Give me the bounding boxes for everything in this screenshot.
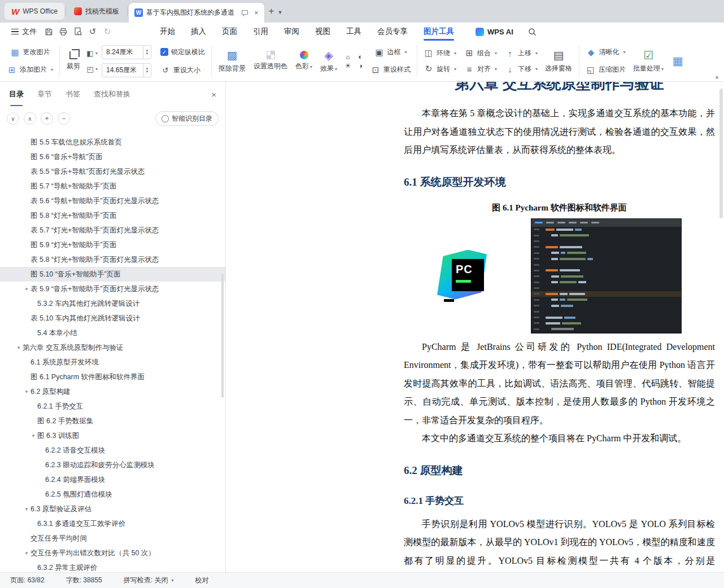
move-up-button[interactable]: ↑上移▾ bbox=[501, 46, 541, 61]
stepper-arrows[interactable]: ▲▼ bbox=[143, 46, 151, 59]
toc-item[interactable]: 表 5.7 “灯光+智能助手”页面灯光显示状态 bbox=[0, 223, 225, 238]
tab-list-chevron-icon[interactable]: ▼ bbox=[278, 10, 283, 15]
menu-tab-引用[interactable]: 引用 bbox=[245, 23, 276, 41]
print-button[interactable] bbox=[56, 25, 70, 38]
print-preview-button[interactable] bbox=[71, 25, 85, 38]
chevron-down-icon[interactable]: ▼ bbox=[29, 433, 37, 438]
collapse-all-button[interactable]: − bbox=[58, 112, 70, 125]
change-image-button[interactable]: ▦ 更改图片 bbox=[7, 45, 54, 60]
document-scrollbar[interactable] bbox=[719, 89, 723, 218]
undo-button[interactable]: ↺ bbox=[86, 25, 99, 38]
toc-item[interactable]: 图 5.8 “灯光+智能助手”页面 bbox=[0, 208, 225, 223]
close-pane-button[interactable]: × bbox=[211, 90, 216, 99]
rotate-button[interactable]: ↻旋转▾ bbox=[420, 62, 460, 77]
save-button[interactable] bbox=[42, 25, 55, 38]
sharpen-button[interactable]: ◆ 清晰化 ▾ bbox=[583, 45, 629, 60]
stepper-arrows[interactable]: ▲▼ bbox=[143, 64, 151, 77]
menu-tab-视图[interactable]: 视图 bbox=[307, 23, 338, 41]
menu-tab-开始[interactable]: 开始 bbox=[152, 23, 183, 41]
brightness-up-icon[interactable]: ☼ bbox=[343, 52, 352, 60]
doc-tab-active[interactable]: W 基于车内氛围灯系统的多通道 × bbox=[129, 3, 264, 23]
menu-tab-工具[interactable]: 工具 bbox=[338, 23, 369, 41]
chevron-down-icon[interactable]: ▼ bbox=[23, 551, 30, 556]
toc-item[interactable]: 图 6.1 Pycharm 软件图标和软件界面 bbox=[0, 370, 225, 384]
sidebar-tab-章节[interactable]: 章节 bbox=[37, 89, 52, 99]
menu-tab-插入[interactable]: 插入 bbox=[183, 23, 214, 41]
toc-item[interactable]: 交互任务平均时间 bbox=[0, 531, 225, 546]
chevron-down-icon[interactable]: ▼ bbox=[23, 287, 30, 292]
lock-aspect-checkbox[interactable]: ✓ 锁定纵横比 bbox=[157, 45, 208, 60]
toc-item[interactable]: ▼6.3 原型验证及评估 bbox=[0, 502, 225, 516]
close-tab-icon[interactable]: × bbox=[254, 8, 259, 17]
chevron-up-button[interactable]: ∧ bbox=[24, 112, 36, 125]
toc-item[interactable]: ▼图 6.3 训练图 bbox=[0, 428, 225, 443]
move-down-button[interactable]: ↓下移▾ bbox=[501, 62, 541, 77]
spellcheck-toggle[interactable]: 拼写检查: 关闭▾ bbox=[124, 576, 174, 585]
chevron-down-icon[interactable]: ▼ bbox=[15, 345, 23, 350]
toc-item[interactable]: 6.1 系统原型开发环境 bbox=[0, 355, 225, 370]
menu-tab-审阅[interactable]: 审阅 bbox=[276, 23, 307, 41]
toc-item[interactable]: 表 5.8 “灯光+智能助手”页面灯光显示状态 bbox=[0, 252, 225, 267]
toc-item[interactable]: 图 6.2 手势数据集 bbox=[0, 414, 225, 428]
reset-size-button[interactable]: ↺ 重设大小 bbox=[157, 63, 208, 78]
crop-button[interactable]: 裁剪 bbox=[63, 50, 84, 72]
toc-item[interactable]: 6.2.3 眼动追踪和疲劳分心监测模块 bbox=[0, 458, 225, 472]
toc-item[interactable]: 图 5.9 “灯光+智能助手”页面 bbox=[0, 238, 225, 252]
comment-bubble-icon[interactable] bbox=[241, 10, 248, 16]
collapse-ribbon-icon[interactable]: ▲ bbox=[714, 74, 719, 80]
batch-process-button[interactable]: ☑ 批量处理▾ bbox=[629, 48, 668, 74]
toc-item[interactable]: 表 5.6 “导航+智能助手”页面灯光显示状态 bbox=[0, 194, 225, 208]
toc-item[interactable]: 图 5.6 “音乐+导航”页面 bbox=[0, 150, 225, 164]
menu-tab-图片工具[interactable]: 图片工具 bbox=[416, 23, 462, 41]
redo-button[interactable]: ↻ bbox=[101, 25, 114, 38]
wps-ai-button[interactable]: WPS AI bbox=[476, 28, 513, 36]
toc-item[interactable]: 6.2.2 语音交互模块 bbox=[0, 443, 225, 458]
toc-item[interactable]: 表 5.10 车内其他灯光跳转逻辑设计 bbox=[0, 311, 225, 326]
wps-home-tab[interactable]: W WPS Office bbox=[5, 3, 64, 20]
toc-item[interactable]: ▼表 5.9 “音乐+智能助手”页面灯光显示状态 bbox=[0, 282, 225, 296]
wrap-button[interactable]: ◫环绕▾ bbox=[420, 46, 460, 61]
border-button[interactable]: ▣ 边框 ▾ bbox=[371, 45, 411, 60]
toc-item[interactable]: 表 5.5 “音乐+导航”页面灯光显示状态 bbox=[0, 164, 225, 179]
crop-ratio-button[interactable]: ◰▾ bbox=[84, 62, 99, 76]
page-indicator[interactable]: 页面: 63/82 bbox=[10, 576, 45, 585]
compress-image-button[interactable]: ◱ 压缩图片 bbox=[582, 62, 629, 77]
toc-item[interactable]: 图 5.5 车载信息娱乐系统首页 bbox=[0, 135, 225, 150]
new-tab-button[interactable]: + bbox=[269, 6, 274, 17]
toc-item[interactable]: 5.4 本章小结 bbox=[0, 326, 225, 340]
effects-button[interactable]: ◈ 效果▾ bbox=[316, 48, 341, 74]
image-height-input[interactable]: 8.24厘米 ▲▼ bbox=[102, 45, 151, 59]
sidebar-scrollbar[interactable] bbox=[221, 274, 224, 398]
sidebar-tab-书签[interactable]: 书签 bbox=[66, 89, 80, 99]
selection-pane-button[interactable]: ▤ 选择窗格 bbox=[541, 48, 576, 74]
word-count[interactable]: 字数: 38855 bbox=[66, 576, 102, 585]
toc-item[interactable]: 6.2.4 前端界面模块 bbox=[0, 472, 225, 487]
menu-tab-会员专享[interactable]: 会员专享 bbox=[369, 23, 416, 41]
image-width-input[interactable]: 14.65厘米 ▲▼ bbox=[102, 63, 151, 77]
search-button[interactable] bbox=[528, 28, 537, 36]
chevron-down-icon[interactable]: ▼ bbox=[23, 507, 30, 512]
crop-shape-button[interactable]: ◧▾ bbox=[84, 46, 99, 60]
remove-background-button[interactable]: ▩ 抠除背景 bbox=[215, 48, 250, 74]
document-page[interactable]: 第六章 交互系统原型制作与验证 本章将在第 5 章概念设计的基础上，实现多通道交… bbox=[226, 82, 724, 572]
toc-item[interactable]: 6.2.1 手势交互 bbox=[0, 399, 225, 414]
menu-tab-页面[interactable]: 页面 bbox=[214, 23, 245, 41]
set-transparent-button[interactable]: 设置透明色 bbox=[250, 50, 291, 72]
contrast-up-icon[interactable]: ◐ bbox=[356, 52, 365, 60]
sidebar-tab-目录[interactable]: 目录 bbox=[9, 89, 24, 99]
align-button[interactable]: ≡对齐▾ bbox=[461, 62, 500, 77]
reset-style-button[interactable]: ⊡ 重设样式 bbox=[367, 62, 414, 77]
proofread-button[interactable]: 校对 bbox=[195, 576, 208, 585]
toc-item[interactable]: 6.3.1 多通道交互工效学评价 bbox=[0, 516, 225, 531]
add-image-button[interactable]: ⊞ 添加图片 ▾ bbox=[3, 62, 56, 77]
toc-item[interactable]: 6.3.2 异常主观评价 bbox=[0, 560, 225, 572]
toc-item[interactable]: ▼交互任务平均出错次数对比（共 50 次） bbox=[0, 546, 225, 560]
toc-item[interactable]: ▼6.2 原型构建 bbox=[0, 384, 225, 399]
chevron-down-button[interactable]: ∨ bbox=[7, 112, 19, 125]
color-button[interactable]: 色彩▾ bbox=[291, 50, 316, 72]
expand-all-button[interactable]: + bbox=[41, 112, 53, 125]
contrast-down-icon[interactable]: ◑ bbox=[356, 62, 365, 69]
group-button[interactable]: ⊞组合▾ bbox=[461, 46, 500, 61]
smart-toc-button[interactable]: 智能识别目录 bbox=[155, 111, 219, 126]
sidebar-tab-查找和替换[interactable]: 查找和替换 bbox=[94, 89, 130, 99]
